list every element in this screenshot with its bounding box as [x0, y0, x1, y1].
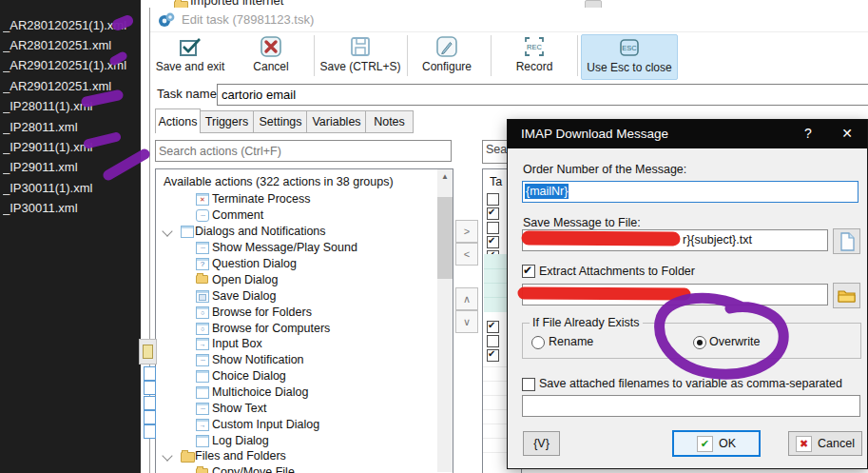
task-name-input[interactable]: [217, 84, 868, 106]
file-item[interactable]: _IP29011.xml: [3, 158, 145, 177]
tree-item-label[interactable]: Imported internet: [190, 0, 283, 8]
save-dialog-icon: [196, 290, 209, 303]
choice-dialog-icon: [196, 370, 209, 383]
available-actions-list: Available actions (322 actions in 38 gro…: [155, 168, 453, 473]
task-action-checkbox[interactable]: [487, 349, 499, 362]
file-item[interactable]: _AR290120251.xml: [3, 77, 145, 96]
action-item[interactable]: Question Dialog: [156, 256, 436, 272]
task-action-checkbox[interactable]: [487, 222, 499, 234]
tab-triggers[interactable]: Triggers: [199, 110, 255, 133]
file-item[interactable]: _IP30011.xml: [3, 199, 145, 218]
move-down-button[interactable]: ∨: [455, 310, 478, 333]
use-esc-to-close-button[interactable]: ESC Use Esc to close: [581, 34, 678, 80]
browse-folder-button[interactable]: [833, 283, 860, 308]
task-action-checkbox[interactable]: [487, 207, 499, 220]
toolbar-separator: [407, 35, 408, 76]
action-item[interactable]: Browse for Computers: [156, 321, 436, 337]
action-item[interactable]: Save Dialog: [156, 288, 436, 305]
cancel-button[interactable]: Cancel: [236, 34, 306, 78]
order-number-input[interactable]: {mailNr}: [522, 181, 858, 203]
search-actions-input[interactable]: [155, 140, 452, 162]
file-item[interactable]: _IP29011(1).xml: [3, 138, 145, 157]
ok-button[interactable]: ✔ OK: [672, 430, 761, 457]
attached-filenames-input[interactable]: [522, 395, 860, 417]
action-item[interactable]: Terminate Process: [156, 191, 436, 207]
cancel-button-dialog[interactable]: ✖ Cancel: [788, 431, 862, 456]
action-item[interactable]: Input Box: [156, 336, 436, 352]
action-item[interactable]: Browse for Folders: [156, 305, 436, 321]
side-toolbar-item[interactable]: [144, 396, 156, 410]
toolbar-separator: [577, 35, 578, 76]
tab-settings[interactable]: Settings: [253, 110, 308, 133]
variables-button[interactable]: {V}: [523, 431, 560, 456]
collapse-chevron-icon[interactable]: [162, 226, 172, 236]
action-item[interactable]: Comment: [156, 207, 436, 224]
file-item[interactable]: _IP30011(1).xml: [3, 179, 145, 198]
button-label: Cancel: [253, 60, 288, 73]
add-action-button[interactable]: >: [455, 220, 478, 243]
action-item[interactable]: Show Message/Play Sound: [156, 240, 436, 256]
rename-radio[interactable]: [531, 336, 545, 349]
action-item[interactable]: Choice Dialog: [156, 368, 436, 384]
scroll-up-icon[interactable]: ▲: [437, 169, 453, 184]
configure-button[interactable]: Configure: [411, 34, 483, 78]
action-item-label: Multichoice Dialog: [212, 385, 308, 399]
action-item[interactable]: Log Dialog: [156, 433, 436, 449]
background-icon: [585, 0, 602, 8]
browse-file-button[interactable]: [833, 228, 860, 254]
side-toolbar-button[interactable]: [139, 339, 157, 365]
action-item-label: Copy/Move File: [212, 465, 295, 473]
toolbar-separator: [491, 35, 492, 76]
action-item[interactable]: Custom Input Dialog: [156, 417, 436, 433]
help-button[interactable]: ?: [798, 126, 819, 141]
tab-variables[interactable]: Variables: [306, 110, 367, 133]
remove-action-button[interactable]: <: [455, 243, 478, 266]
extract-attachments-checkbox[interactable]: [522, 265, 535, 278]
action-group-label: Files and Folders: [195, 449, 286, 463]
overwrite-radio[interactable]: [693, 336, 706, 349]
save-button[interactable]: Save (CTRL+S): [318, 34, 403, 78]
action-item[interactable]: Show Text: [156, 401, 436, 417]
side-toolbar-item[interactable]: [144, 366, 156, 381]
task-gears-icon: [158, 11, 175, 29]
action-group[interactable]: Dialogs and Notifications: [156, 224, 436, 240]
action-item[interactable]: Open Dialog: [156, 272, 436, 288]
button-label: Record: [516, 60, 553, 73]
action-item-label: Choice Dialog: [212, 369, 286, 383]
save-message-input[interactable]: r}{subject}.txt: [522, 229, 828, 251]
tab-actions[interactable]: Actions: [155, 108, 201, 133]
scrollbar-thumb[interactable]: [437, 197, 453, 279]
tab-notes[interactable]: Notes: [365, 110, 414, 133]
extract-folder-input[interactable]: [522, 284, 828, 305]
task-action-checkbox[interactable]: [487, 321, 499, 333]
close-icon[interactable]: ✕: [837, 126, 858, 141]
action-item-label: Terminate Process: [212, 192, 311, 206]
save-and-exit-button[interactable]: Save and exit: [152, 34, 228, 78]
overwrite-label: Overwrite: [709, 335, 760, 348]
action-group[interactable]: Files and Folders: [156, 448, 436, 464]
order-number-label: Order Number of the Message:: [523, 163, 686, 176]
side-toolbar-item[interactable]: [144, 381, 156, 395]
action-item[interactable]: Copy/Move File: [156, 464, 436, 473]
action-item[interactable]: Multichoice Dialog: [156, 384, 436, 401]
save-attached-filenames-checkbox[interactable]: [522, 378, 535, 391]
background-tree-fragment: Imported internet: [141, 0, 868, 8]
collapse-chevron-icon[interactable]: [162, 450, 172, 461]
side-toolbar-item[interactable]: [144, 424, 156, 439]
esc-icon: ESC: [617, 35, 642, 60]
actions-scrollbar[interactable]: ▲: [437, 169, 453, 472]
file-item[interactable]: _AR290120251(1).xml: [3, 56, 145, 75]
record-button[interactable]: REC Record: [498, 34, 570, 78]
task-action-checkbox[interactable]: [487, 335, 499, 347]
file-item[interactable]: _IP28011(1).xml: [3, 97, 145, 116]
file-item[interactable]: _AR280120251(1).xml: [3, 16, 145, 35]
file-item[interactable]: _IP28011.xml: [3, 118, 145, 137]
file-item[interactable]: _AR280120251.xml: [3, 36, 145, 55]
record-icon: REC: [522, 34, 547, 59]
task-action-checkbox[interactable]: [487, 236, 499, 248]
save-icon: [348, 34, 373, 59]
action-item[interactable]: Show Notification: [156, 352, 436, 368]
task-action-checkbox[interactable]: [487, 193, 499, 206]
side-toolbar-item[interactable]: [144, 410, 156, 424]
move-up-button[interactable]: ∧: [455, 287, 478, 310]
